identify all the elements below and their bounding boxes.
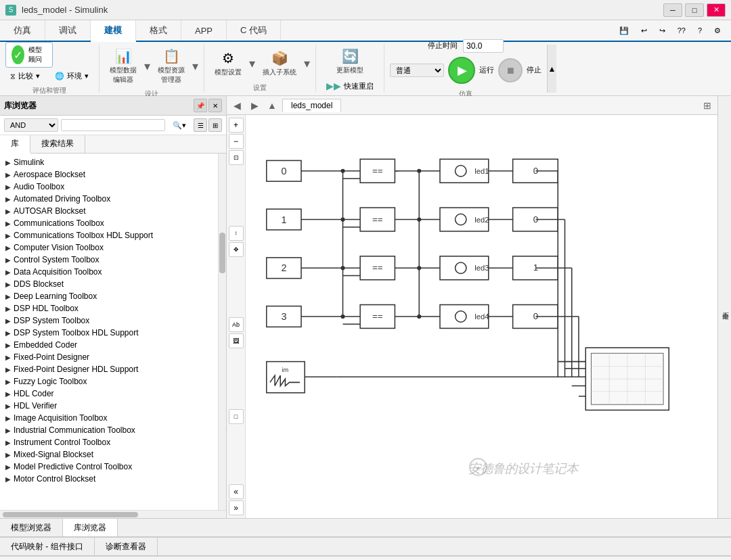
library-item-18[interactable]: ▶Fuzzy Logic Toolbox [0,375,218,388]
help-button[interactable]: ? [693,24,707,37]
library-item-15[interactable]: ▶Embedded Coder [0,339,218,351]
app-icon: S [5,5,16,16]
stop-button[interactable]: ⏹ [498,58,523,83]
tab-library[interactable]: 库 [0,135,30,154]
toolbar-collapse-button[interactable]: ▲ [547,45,556,93]
library-item-9[interactable]: ▶Data Acquisition Toolbox [0,266,218,278]
env-icon: 🌐 [55,72,64,80]
connect-button[interactable]: □ [229,409,244,424]
library-item-20[interactable]: ▶HDL Verifier [0,400,218,412]
redo-button[interactable]: ↪ [655,24,670,37]
tab-jianmo[interactable]: 建模 [91,20,136,42]
library-item-12[interactable]: ▶DSP HDL Toolbox [0,302,218,314]
search-options-button[interactable]: 🔍▾ [168,119,191,132]
search-input[interactable] [62,120,164,131]
quick-access-btn1[interactable]: 💾 [615,24,634,37]
up-button[interactable]: ▲ [265,98,280,113]
tab-code-map[interactable]: 代码映射 - 组件接口 [0,538,95,555]
zoom-fit-button[interactable]: ⊡ [229,150,244,165]
library-item-26[interactable]: ▶Motor Control Blockset [0,473,218,485]
tab-tiaoshi[interactable]: 调试 [45,20,91,41]
library-item-25[interactable]: ▶Model Predictive Control Toolbox [0,461,218,473]
library-item-21[interactable]: ▶Image Acquisition Toolbox [0,412,218,424]
insert-subsys-button[interactable]: 📦 插入子系统 [258,47,301,80]
library-item-24[interactable]: ▶Mixed-Signal Blockset [0,448,218,461]
data-editor-label: 模型数据编辑器 [110,66,137,85]
list-view-button[interactable]: ☰ [194,118,207,132]
close-button[interactable]: ✕ [707,3,726,17]
sidebar-pin-button[interactable]: 📌 [194,99,207,112]
canvas-grid-button[interactable]: ⊞ [700,98,715,113]
canvas-tab-leds-model[interactable]: leds_model [282,99,341,112]
fast-restart-button[interactable]: ▶▶ 快速重启 [322,78,378,93]
resource-mgr-button[interactable]: 📋 模型资源管理器 [153,45,190,88]
search-operator-select[interactable]: AND OR [4,118,58,132]
model-advisor-button[interactable]: ✓ 模型顾问 [5,42,53,68]
model-settings-button[interactable]: ⚙ 模型设置 [210,47,246,80]
main-area: 库浏览器 📌 ✕ AND OR 🔍▾ ☰ ⊞ 库 搜索结果 [0,96,731,518]
search-web-btn[interactable]: ?? [673,24,690,37]
compare-button[interactable]: ⧖ 比较 ▾ [5,69,45,83]
sidebar-close-button[interactable]: ✕ [208,99,222,112]
check-icon: ✓ [12,45,24,64]
library-tab-row: 库 搜索结果 [0,135,226,154]
simulation-group: 停止时间 普通 ▶ 运行 ⏹ 停止 仿真 [384,45,547,93]
library-item-14[interactable]: ▶DSP System Toolbox HDL Support [0,327,218,339]
compare-label: 比较 [18,71,33,81]
stop-time-input[interactable] [463,39,504,53]
tab-library-browser[interactable]: 库浏览器 [63,519,118,536]
pan-button[interactable]: ✥ [229,242,244,257]
sim-mode-select[interactable]: 普通 [390,64,444,77]
tab-ccode[interactable]: C 代码 [227,20,281,41]
tree-view-button[interactable]: ⊞ [208,118,222,132]
library-item-4[interactable]: ▶AUTOSAR Blockset [0,205,218,217]
tab-app[interactable]: APP [181,20,227,41]
forward-button[interactable]: ▶ [247,98,262,113]
back-button[interactable]: ◀ [229,98,244,113]
zoom-in-button[interactable]: + [229,118,244,133]
tab-geshi[interactable]: 格式 [136,20,181,41]
resource-mgr-icon: 📋 [163,48,180,64]
library-item-16[interactable]: ▶Fixed-Point Designer [0,351,218,363]
library-item-23[interactable]: ▶Instrument Control Toolbox [0,436,218,448]
zoom-out-button[interactable]: − [229,134,244,149]
library-item-1[interactable]: ▶Aerospace Blockset [0,168,218,181]
library-item-7[interactable]: ▶Computer Vision Toolbox [0,241,218,254]
insert-block-button[interactable]: Ab [229,317,244,332]
zoom-custom-button[interactable]: ↕ [229,226,244,241]
data-editor-button[interactable]: 📊 模型数据编辑器 [105,45,141,88]
restore-button[interactable]: □ [685,3,704,17]
tab-model-browser[interactable]: 模型浏览器 [0,519,63,536]
library-item-0[interactable]: ▶Simulink [0,156,218,168]
library-item-10[interactable]: ▶DDS Blockset [0,278,218,290]
tab-search-results[interactable]: 搜索结果 [30,135,85,153]
library-item-2[interactable]: ▶Audio Toolbox [0,181,218,193]
compile-group: 🔄 更新模型 ▶▶ 快速重启 组件 [316,45,384,93]
arrow-icon: ▶ [5,220,11,227]
env-button[interactable]: 🌐 环境 ▾ [50,69,93,83]
update-model-button[interactable]: 🔄 更新模型 [332,45,368,78]
run-button[interactable]: ▶ [448,57,475,84]
arrow-icon: ▶ [5,427,11,434]
library-item-17[interactable]: ▶Fixed-Point Designer HDL Support [0,363,218,375]
library-item-13[interactable]: ▶DSP System Toolbox [0,314,218,327]
arrow-icon: ▶ [5,232,11,239]
minimize-button[interactable]: ─ [663,3,682,17]
library-item-8[interactable]: ▶Control System Toolbox [0,254,218,266]
library-item-11[interactable]: ▶Deep Learning Toolbox [0,290,218,302]
canvas-body[interactable]: + − ⊡ ↕ ✥ Ab 🖼 □ « » [227,115,717,518]
library-item-6[interactable]: ▶Communications Toolbox HDL Support [0,229,218,241]
undo-button[interactable]: ↩ [636,24,652,37]
expand-panel-button[interactable]: » [229,500,244,515]
library-item-5[interactable]: ▶Communications Toolbox [0,217,218,229]
sidebar-header: 库浏览器 📌 ✕ [0,96,226,116]
model-settings-icon: ⚙ [222,50,234,66]
image-button[interactable]: 🖼 [229,333,244,348]
tab-fangzhen[interactable]: 仿真 [0,20,45,41]
collapse-panel-button[interactable]: « [229,484,244,499]
library-item-22[interactable]: ▶Industrial Communication Toolbox [0,424,218,436]
library-item-19[interactable]: ▶HDL Coder [0,388,218,400]
library-item-3[interactable]: ▶Automated Driving Toolbox [0,193,218,205]
tab-diagnostic[interactable]: 诊断查看器 [95,538,158,555]
settings-button[interactable]: ⚙ [709,24,726,37]
